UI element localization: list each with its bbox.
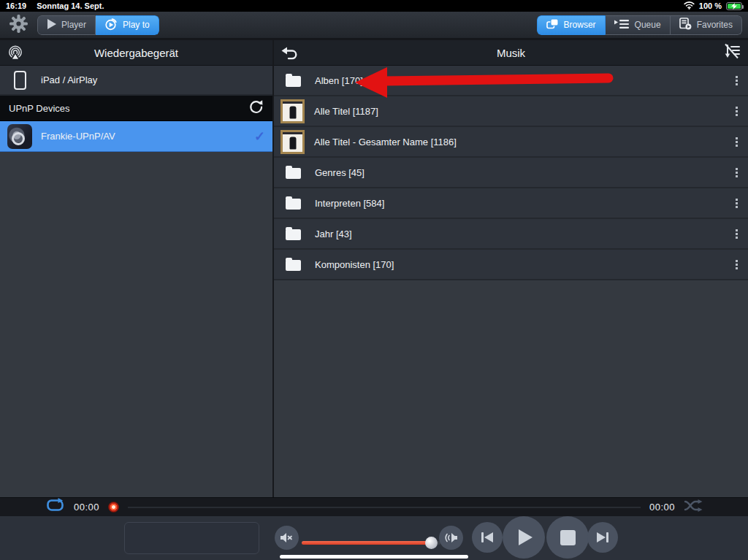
previous-button[interactable] [472,522,503,553]
volume-knob[interactable] [425,537,438,549]
track-info-box [124,522,259,554]
more-menu-button[interactable] [731,72,742,90]
device-thumbnail [7,124,32,149]
renderer-panel-title: Wiedergabegerät [0,47,272,59]
repeat-button[interactable] [45,498,65,516]
more-menu-button[interactable] [731,194,742,212]
browser-panel: Musik Alben [170] Alle Titel [1187] [274,40,748,497]
seek-track[interactable] [128,507,641,508]
media-row-label: Alle Titel - Gesamter Name [1186] [314,137,457,147]
queue-tab-label: Queue [635,20,661,30]
date-label: Sonntag 14. Sept. [37,1,104,10]
player-tab-label: Player [61,20,86,30]
media-row-komponisten[interactable]: Komponisten [170] [274,250,748,280]
stop-button[interactable] [546,516,589,559]
shuffle-button[interactable] [684,499,703,515]
browser-panel-header: Musik [274,40,748,66]
airplay-speaker-icon [7,45,23,61]
media-row-label: Alle Titel [1187] [314,106,378,117]
selected-device-label: Frankie-UPnP/AV [41,131,115,142]
folder-icon [286,260,301,271]
more-menu-button[interactable] [731,256,742,274]
toolbar: Player Play to Browser Queue [0,12,748,40]
iphone-icon [14,71,26,90]
browser-icon [546,18,559,31]
renderer-item-frankie-upnp[interactable]: Frankie-UPnP/AV ✓ [0,121,272,152]
home-indicator[interactable] [280,555,468,559]
volume-fill [302,541,431,545]
favorites-icon [679,18,692,32]
media-row-alben[interactable]: Alben [170] [274,66,748,96]
media-row-label: Komponisten [170] [315,259,394,270]
play-to-tab-label: Play to [123,20,150,30]
renderer-item-ipad-airplay[interactable]: iPad / AirPlay [0,66,272,96]
stop-icon [560,530,576,545]
browser-panel-empty [274,280,748,497]
media-row-label: Alben [170] [315,75,363,86]
media-row-alle-titel[interactable]: Alle Titel [1187] [274,96,748,127]
player-tab[interactable]: Player [37,15,96,35]
favorites-tab-label: Favorites [697,20,733,30]
mute-button[interactable] [275,526,299,550]
remaining-time: 00:00 [649,502,675,513]
next-button[interactable] [587,522,618,553]
folder-icon [286,168,301,179]
more-menu-button[interactable] [731,102,742,120]
view-segment: Browser Queue Favorites [537,15,742,35]
battery-percent: 100 % [699,1,722,10]
main-area: Wiedergabegerät iPad / AirPlay UPnP Devi… [0,40,748,497]
play-to-icon [104,18,118,33]
folder-icon [286,229,301,240]
queue-tab[interactable]: Queue [606,15,671,35]
transport-bar: 00:00 00:00 [0,497,748,516]
renderer-item-label: iPad / AirPlay [41,74,97,85]
settings-button[interactable] [9,14,28,37]
media-row-label: Interpreten [584] [315,198,384,209]
more-menu-button[interactable] [731,133,742,151]
play-icon [519,529,533,545]
folder-icon [286,76,301,87]
playback-controls [0,516,748,560]
player-playto-segment: Player Play to [37,15,159,35]
volume-button[interactable] [439,526,463,550]
album-art [280,99,305,123]
status-bar: 16:19 Sonntag 14. Sept. 100 % [0,0,748,12]
check-icon: ✓ [254,129,265,145]
battery-icon [726,2,742,10]
more-menu-button[interactable] [731,225,742,243]
browser-panel-title: Musik [274,47,748,59]
elapsed-time: 00:00 [74,502,99,513]
volume-slider[interactable] [302,541,440,545]
play-to-tab[interactable]: Play to [96,15,159,35]
media-row-label: Jahr [43] [315,229,352,239]
clock: 16:19 [6,1,26,10]
refresh-button[interactable] [248,99,264,117]
album-art [280,130,305,154]
queue-icon [614,19,630,31]
back-button[interactable] [281,46,299,60]
media-row-interpreten[interactable]: Interpreten [584] [274,188,748,219]
media-row-label: Genres [45] [315,167,365,178]
favorites-tab[interactable]: Favorites [671,15,742,35]
sort-off-button[interactable] [723,42,741,63]
renderer-panel-header: Wiedergabegerät [0,40,272,66]
media-row-jahr[interactable]: Jahr [43] [274,219,748,250]
more-menu-button[interactable] [731,164,742,182]
wifi-icon [684,1,695,11]
renderer-panel-empty [0,152,272,497]
seek-thumb[interactable] [108,502,119,513]
upnp-devices-section: UPnP Devices [0,96,272,121]
media-row-alle-titel-gesamter-name[interactable]: Alle Titel - Gesamter Name [1186] [274,127,748,158]
play-button[interactable] [503,516,545,559]
play-icon [47,19,56,31]
media-row-genres[interactable]: Genres [45] [274,158,748,188]
renderer-panel: Wiedergabegerät iPad / AirPlay UPnP Devi… [0,40,274,497]
browser-tab-label: Browser [564,20,596,30]
folder-icon [286,199,301,210]
upnp-devices-label: UPnP Devices [9,103,70,114]
browser-tab[interactable]: Browser [537,15,606,35]
